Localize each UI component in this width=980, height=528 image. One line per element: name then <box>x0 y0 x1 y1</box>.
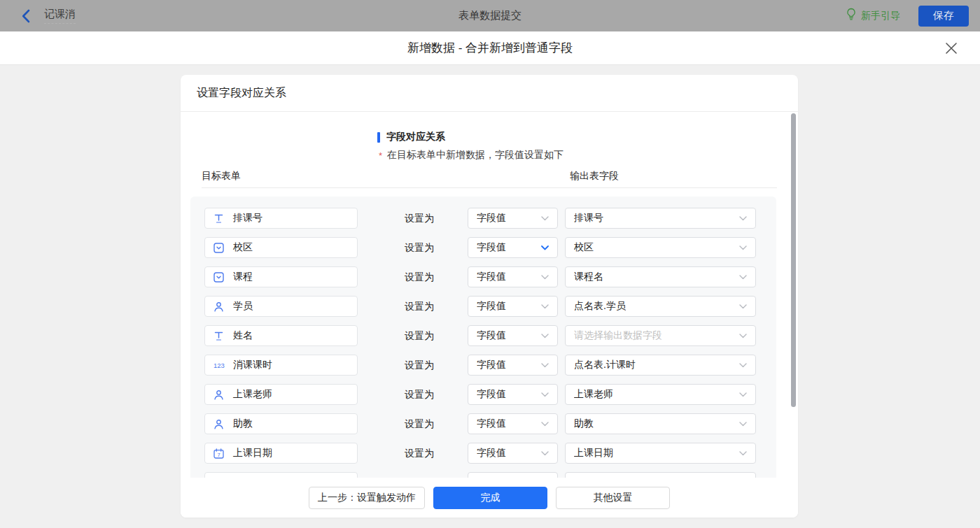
field-mapping-card: 设置字段对应关系 字段对应关系 * 在目标表单中新增数据，字段值设置如下 目标表… <box>181 75 798 518</box>
svg-text:7: 7 <box>217 451 220 457</box>
person-field-icon <box>214 390 227 400</box>
value-type-select[interactable]: 字段值 <box>468 413 558 434</box>
value-type-select[interactable]: 字段值 <box>468 443 558 464</box>
output-field-select[interactable]: 助教 <box>565 413 756 434</box>
done-button[interactable]: 完成 <box>433 487 547 509</box>
output-field-label: 点名表.计课时 <box>574 359 636 371</box>
required-note: * 在目标表单中新增数据，字段值设置如下 <box>379 149 564 162</box>
output-field-select[interactable]: 点名表.计课时 <box>565 355 756 376</box>
lightbulb-icon <box>846 8 857 24</box>
target-field-label: 排课号 <box>233 212 262 224</box>
set-as-label: 设置为 <box>405 325 434 346</box>
output-field-select[interactable]: 点名表.学员 <box>565 296 756 317</box>
screen: 记课消 表单数据提交 新手引导 保存 新增数据 - 合并新增到普通字段 设置字段… <box>0 0 980 528</box>
target-field-box[interactable]: 校区 <box>204 237 358 258</box>
output-field-select[interactable]: 排课号 <box>565 208 756 229</box>
set-as-label: 设置为 <box>405 266 434 287</box>
set-as-label: 设置为 <box>405 443 434 464</box>
note-text: 在目标表单中新增数据，字段值设置如下 <box>387 149 564 162</box>
mapping-row: 助教设置为字段值助教 <box>190 413 776 434</box>
chevron-down-icon <box>541 334 549 338</box>
value-type-select[interactable]: 字段值 <box>468 384 558 405</box>
app-title: 表单数据提交 <box>0 9 980 22</box>
output-field-select[interactable]: 上课老师 <box>565 384 756 405</box>
value-type-select[interactable]: 字段值 <box>468 296 558 317</box>
chevron-down-icon <box>739 334 747 338</box>
output-field-select[interactable]: 请选择输出数据字段 <box>565 325 756 346</box>
output-field-label: 上课日期 <box>574 447 613 459</box>
beginner-guide-link[interactable]: 新手引导 <box>846 8 900 24</box>
target-field-label: 上课日期 <box>233 447 272 459</box>
prev-step-button[interactable]: 上一步：设置触发动作 <box>309 487 425 509</box>
person-field-icon <box>214 419 227 429</box>
value-type-label: 字段值 <box>477 359 506 371</box>
mapping-row: 学员设置为字段值点名表.学员 <box>190 296 776 317</box>
output-field-select[interactable]: 课程名 <box>565 266 756 287</box>
mapping-row: 7上课日期设置为字段值上课日期 <box>190 443 776 464</box>
value-type-label: 字段值 <box>477 329 506 342</box>
output-field-select[interactable]: 上课日期 <box>565 443 756 464</box>
chevron-down-icon <box>739 422 747 427</box>
section-accent-bar <box>377 132 380 143</box>
mapping-row: 课程设置为字段值课程名 <box>190 266 776 287</box>
chevron-down-icon <box>541 422 549 427</box>
mapping-row: 123消课课时设置为字段值点名表.计课时 <box>190 355 776 376</box>
set-as-label: 设置为 <box>405 208 434 229</box>
value-type-select[interactable]: 字段值 <box>468 208 558 229</box>
set-as-label: 设置为 <box>405 384 434 405</box>
svg-text:123: 123 <box>214 362 225 369</box>
target-field-box[interactable]: 7上课日期 <box>204 443 358 464</box>
value-type-select[interactable]: 字段值 <box>468 266 558 287</box>
value-type-select[interactable]: 字段值 <box>468 355 558 376</box>
save-button[interactable]: 保存 <box>918 6 969 27</box>
target-field-label: 校区 <box>233 241 253 254</box>
modal-title-bar: 新增数据 - 合并新增到普通字段 <box>0 31 980 65</box>
chevron-down-icon <box>739 363 747 368</box>
required-asterisk: * <box>379 150 382 161</box>
target-field-label: 课程 <box>233 271 253 283</box>
target-field-box[interactable]: 上课老师 <box>204 384 358 405</box>
output-field-label: 上课老师 <box>574 388 613 401</box>
chevron-down-icon <box>739 275 747 280</box>
target-field-box[interactable]: 课程 <box>204 266 358 287</box>
chevron-down-icon <box>541 392 549 397</box>
column-divider <box>202 187 777 188</box>
close-icon[interactable] <box>944 41 959 56</box>
target-field-label: 上课老师 <box>233 388 272 401</box>
target-field-box[interactable]: 123消课课时 <box>204 355 358 376</box>
set-as-label: 设置为 <box>405 296 434 317</box>
target-field-label: 学员 <box>233 300 253 313</box>
text-field-icon <box>214 331 227 341</box>
mapping-row: 姓名设置为字段值请选择输出数据字段 <box>190 325 776 346</box>
mapping-row: 排课号设置为字段值排课号 <box>190 208 776 229</box>
card-header: 设置字段对应关系 <box>181 75 798 112</box>
chevron-down-icon <box>541 451 549 456</box>
top-app-bar: 记课消 表单数据提交 新手引导 保存 <box>0 0 980 31</box>
chevron-down-icon <box>541 363 549 368</box>
target-field-box[interactable]: 排课号 <box>204 208 358 229</box>
output-field-select[interactable]: 校区 <box>565 237 756 258</box>
modal-title: 新增数据 - 合并新增到普通字段 <box>407 40 573 56</box>
value-type-label: 字段值 <box>477 447 506 459</box>
value-type-select[interactable]: 字段值 <box>468 237 558 258</box>
value-type-select[interactable]: 字段值 <box>468 325 558 346</box>
output-field-label: 点名表.学员 <box>574 300 626 313</box>
vertical-scrollbar-thumb[interactable] <box>791 113 796 407</box>
select-field-icon <box>214 272 227 283</box>
chevron-down-icon <box>739 392 747 397</box>
output-field-label: 助教 <box>574 418 594 430</box>
other-settings-button[interactable]: 其他设置 <box>556 487 670 509</box>
section-title: 字段对应关系 <box>386 131 445 143</box>
target-field-box[interactable]: 姓名 <box>204 325 358 346</box>
target-field-box[interactable]: 学员 <box>204 296 358 317</box>
mapping-rows-panel: 排课号设置为字段值排课号校区设置为字段值校区课程设置为字段值课程名学员设置为字段… <box>190 197 776 518</box>
value-type-label: 字段值 <box>477 388 506 401</box>
value-type-label: 字段值 <box>477 241 506 254</box>
chevron-down-icon <box>739 451 747 456</box>
card-footer: 上一步：设置触发动作 完成 其他设置 <box>181 478 798 518</box>
target-field-box[interactable]: 助教 <box>204 413 358 434</box>
mapping-row: 校区设置为字段值校区 <box>190 237 776 258</box>
select-field-icon <box>214 243 227 253</box>
output-field-label: 课程名 <box>574 271 603 283</box>
column-output-fields: 输出表字段 <box>570 170 619 183</box>
